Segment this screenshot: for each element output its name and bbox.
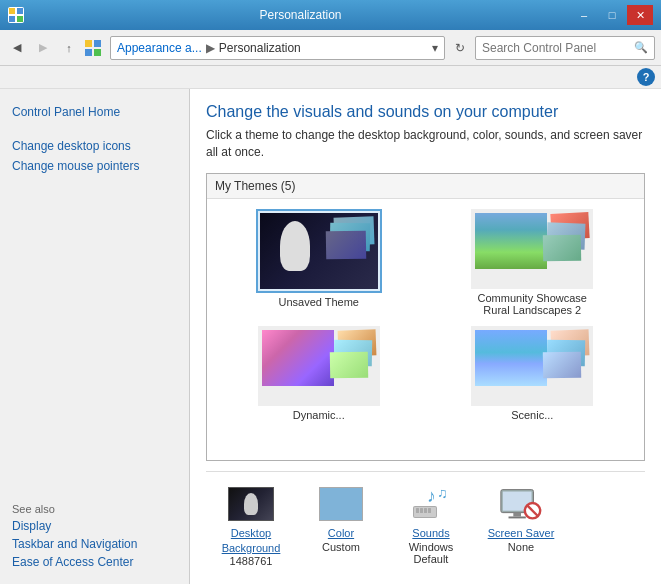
- sounds-sublabel: Windows Default: [390, 541, 472, 565]
- svg-rect-5: [94, 40, 101, 47]
- svg-rect-4: [85, 40, 92, 47]
- astronaut-body: [280, 221, 310, 271]
- sidebar-change-desktop-icons[interactable]: Change desktop icons: [12, 139, 177, 153]
- help-button[interactable]: ?: [637, 68, 655, 86]
- color-sublabel: Custom: [322, 541, 360, 553]
- back-button[interactable]: ◀: [6, 37, 28, 59]
- preview-scenic-bg: [475, 330, 547, 386]
- svg-text:♪: ♪: [427, 486, 436, 506]
- close-button[interactable]: ✕: [627, 5, 653, 25]
- desktop-background-icon: [227, 484, 275, 524]
- breadcrumb-current: Personalization: [219, 41, 301, 55]
- content-area: Change the visuals and sounds on your co…: [190, 89, 661, 584]
- theme-preview-dynamic: [258, 326, 380, 406]
- location-icon: [84, 39, 102, 57]
- preview-s-stack3: [543, 351, 581, 378]
- titlebar: Personalization – □ ✕: [0, 0, 661, 30]
- color-label: Color: [328, 526, 354, 540]
- page-description: Click a theme to change the desktop back…: [206, 127, 645, 161]
- color-item[interactable]: Color Custom: [296, 480, 386, 571]
- theme-label-dynamic: Dynamic...: [293, 409, 345, 421]
- themes-grid-container[interactable]: Unsaved Theme Community Showcase Rural: [207, 199, 644, 461]
- preview-dynamic-bg: [262, 330, 334, 386]
- svg-rect-13: [428, 508, 431, 513]
- breadcrumb-parent[interactable]: Appearance a...: [117, 41, 202, 55]
- restore-button[interactable]: □: [599, 5, 625, 25]
- sounds-icon: ♪ ♫: [407, 484, 455, 524]
- preview-stack3: [326, 230, 366, 259]
- color-icon: [317, 484, 365, 524]
- svg-rect-7: [94, 49, 101, 56]
- screensaver-svg: [497, 485, 545, 523]
- forward-button[interactable]: ▶: [32, 37, 54, 59]
- svg-text:♫: ♫: [437, 486, 448, 501]
- themes-grid: Unsaved Theme Community Showcase Rural: [207, 199, 644, 431]
- sounds-svg: ♪ ♫: [409, 486, 453, 522]
- search-icon: 🔍: [634, 41, 648, 54]
- svg-rect-3: [17, 16, 23, 22]
- theme-community[interactable]: Community Showcase Rural Landscapes 2: [431, 209, 635, 316]
- breadcrumb-sep: ▶: [206, 41, 215, 55]
- theme-preview-scenic: [471, 326, 593, 406]
- sidebar-change-mouse-pointers[interactable]: Change mouse pointers: [12, 159, 177, 173]
- svg-rect-0: [9, 8, 15, 14]
- addressbar: ◀ ▶ ↑ Appearance a... ▶ Personalization …: [0, 30, 661, 66]
- theme-scenic[interactable]: Scenic...: [431, 326, 635, 421]
- sounds-item[interactable]: ♪ ♫ Sounds Windows Default: [386, 480, 476, 571]
- sidebar: Control Panel Home Change desktop icons …: [0, 89, 190, 584]
- svg-rect-1: [17, 8, 23, 14]
- theme-dynamic[interactable]: Dynamic...: [217, 326, 421, 421]
- preview-d-stack3: [330, 351, 368, 378]
- svg-rect-6: [85, 49, 92, 56]
- window-title: Personalization: [30, 8, 571, 22]
- theme-preview-selected-wrapper: [256, 209, 382, 293]
- preview-stack3: [543, 234, 581, 261]
- sidebar-ease-of-access[interactable]: Ease of Access Center: [12, 555, 177, 569]
- themes-header: My Themes (5): [207, 174, 644, 199]
- up-button[interactable]: ↑: [58, 37, 80, 59]
- desktop-background-sublabel: 1488761: [230, 555, 273, 567]
- dropdown-arrow[interactable]: ▾: [432, 41, 438, 55]
- screensaver-item[interactable]: Screen Saver None: [476, 480, 566, 571]
- main-layout: Control Panel Home Change desktop icons …: [0, 89, 661, 584]
- color-swatch: [319, 487, 363, 521]
- theme-label-scenic: Scenic...: [511, 409, 553, 421]
- see-also-label: See also: [12, 503, 177, 515]
- svg-rect-12: [424, 508, 427, 513]
- desktop-background-item[interactable]: DesktopBackground 1488761: [206, 480, 296, 571]
- astronaut-mini: [244, 493, 258, 515]
- svg-rect-2: [9, 16, 15, 22]
- search-input[interactable]: [482, 41, 634, 55]
- address-path[interactable]: Appearance a... ▶ Personalization ▾: [110, 36, 445, 60]
- page-title: Change the visuals and sounds on your co…: [206, 103, 645, 121]
- help-area: ?: [0, 66, 661, 89]
- preview-landscape: [475, 213, 547, 269]
- sounds-label: Sounds: [412, 526, 449, 540]
- theme-label-unsaved: Unsaved Theme: [278, 296, 359, 308]
- bottom-bar: DesktopBackground 1488761 Color Custom: [206, 471, 645, 571]
- minimize-button[interactable]: –: [571, 5, 597, 25]
- svg-rect-18: [513, 513, 521, 517]
- screensaver-sublabel: None: [508, 541, 534, 553]
- desktop-bg-preview: [228, 487, 274, 521]
- screensaver-icon: [497, 484, 545, 524]
- svg-rect-10: [416, 508, 419, 513]
- sidebar-display[interactable]: Display: [12, 519, 177, 533]
- sidebar-control-panel-home[interactable]: Control Panel Home: [12, 105, 177, 119]
- theme-preview-unsaved: [260, 213, 378, 289]
- theme-unsaved[interactable]: Unsaved Theme: [217, 209, 421, 316]
- svg-rect-11: [420, 508, 423, 513]
- see-also-section: See also Display Taskbar and Navigation …: [12, 487, 177, 569]
- desktop-background-label: DesktopBackground: [222, 526, 281, 555]
- svg-rect-19: [509, 517, 526, 519]
- app-icon: [8, 7, 24, 23]
- sidebar-taskbar-navigation[interactable]: Taskbar and Navigation: [12, 537, 177, 551]
- theme-preview-community: [471, 209, 593, 289]
- search-box: 🔍: [475, 36, 655, 60]
- themes-panel: My Themes (5): [206, 173, 645, 462]
- screensaver-label: Screen Saver: [488, 526, 555, 540]
- window-controls: – □ ✕: [571, 5, 653, 25]
- theme-label-community: Community Showcase Rural Landscapes 2: [478, 292, 587, 316]
- refresh-button[interactable]: ↻: [449, 37, 471, 59]
